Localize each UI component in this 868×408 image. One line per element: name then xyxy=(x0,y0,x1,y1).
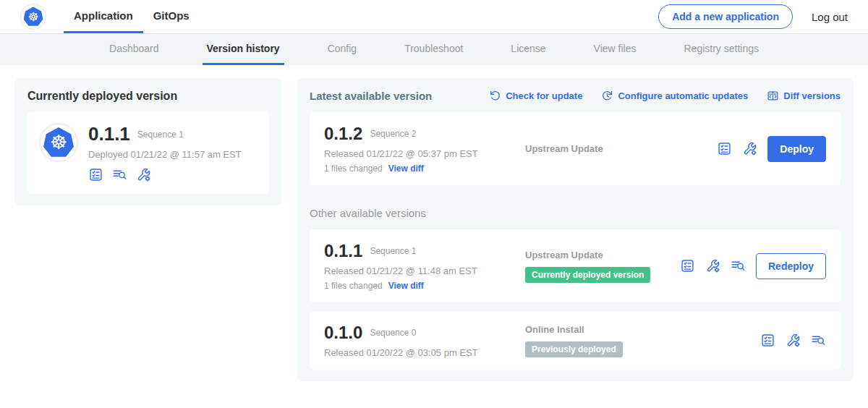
version-source: Upstream Update xyxy=(525,143,710,154)
deploy-logs-icon[interactable] xyxy=(811,333,826,348)
subnav-tab-dashboard[interactable]: Dashboard xyxy=(105,34,163,65)
refresh-icon xyxy=(489,90,501,102)
released-timestamp: Released 01/21/22 @ 11:48 am EST xyxy=(324,265,518,276)
version-row-actions: Deploy xyxy=(717,136,826,162)
preflight-checks-icon[interactable] xyxy=(760,333,775,348)
latest-version-title: Latest available version xyxy=(310,90,432,102)
kubernetes-icon: ☸ xyxy=(24,7,43,27)
preflight-checks-icon[interactable] xyxy=(717,141,732,156)
deployed-version-card: ☸ 0.1.1 Sequence 1 Deployed 01/21/22 @ 1… xyxy=(27,111,269,194)
header-tabs: Application GitOps xyxy=(64,0,200,33)
main-content: Currently deployed version ☸ 0.1.1 Seque… xyxy=(0,65,868,394)
version-info: 0.1.2 Sequence 2 Released 01/21/22 @ 05:… xyxy=(324,124,518,174)
diff-versions-label: Diff versions xyxy=(783,90,841,101)
tab-gitops[interactable]: GitOps xyxy=(143,0,200,33)
currently-deployed-badge: Currently deployed version xyxy=(525,267,650,283)
app-logo: ☸ xyxy=(20,4,46,30)
app-subnav: Dashboard Version history Config Trouble… xyxy=(0,33,868,65)
view-diff-link[interactable]: View diff xyxy=(388,163,424,174)
kubernetes-icon: ☸ xyxy=(43,127,74,158)
tab-application-label: Application xyxy=(74,9,133,22)
version-actions: Check for update Configure automatic upd… xyxy=(489,90,841,102)
preflight-checks-icon[interactable] xyxy=(680,258,695,273)
diff-icon xyxy=(767,90,779,102)
latest-version-header-row: Latest available version Check for updat… xyxy=(310,90,841,102)
subnav-tab-registry-settings[interactable]: Registry settings xyxy=(680,34,763,65)
deployed-timestamp: Deployed 01/21/22 @ 11:57 am EST xyxy=(88,149,242,160)
logout-link[interactable]: Log out xyxy=(812,11,848,23)
tab-application[interactable]: Application xyxy=(64,0,143,33)
subnav-tab-troubleshoot[interactable]: Troubleshoot xyxy=(400,34,467,65)
subnav-tab-license[interactable]: License xyxy=(506,34,550,65)
version-row-0-1-0: 0.1.0 Sequence 0 Released 01/20/22 @ 03:… xyxy=(310,311,841,370)
tab-gitops-label: GitOps xyxy=(153,9,190,22)
released-timestamp: Released 01/21/22 @ 05:37 pm EST xyxy=(324,148,518,159)
previously-deployed-badge: Previously deployed xyxy=(525,341,623,357)
config-wrench-icon[interactable] xyxy=(786,333,801,348)
deployed-app-logo: ☸ xyxy=(39,123,78,162)
check-for-update-link[interactable]: Check for update xyxy=(489,90,582,102)
subnav-tab-view-files[interactable]: View files xyxy=(590,34,641,65)
configure-automatic-updates-label: Configure automatic updates xyxy=(618,90,748,101)
version-sequence: Sequence 0 xyxy=(370,328,416,338)
config-wrench-icon[interactable] xyxy=(742,141,757,156)
version-info: 0.1.1 Sequence 1 Released 01/21/22 @ 11:… xyxy=(324,241,518,291)
currently-deployed-title: Currently deployed version xyxy=(27,90,269,103)
configure-automatic-updates-link[interactable]: Configure automatic updates xyxy=(601,90,748,102)
deploy-logs-icon[interactable] xyxy=(731,258,746,273)
version-row-actions xyxy=(760,333,826,348)
preflight-checks-icon[interactable] xyxy=(88,167,103,182)
top-header: ☸ Application GitOps Add a new applicati… xyxy=(0,0,868,33)
version-source: Online Install Previously deployed xyxy=(525,324,753,357)
released-timestamp: Released 01/20/22 @ 03:05 pm EST xyxy=(324,347,518,358)
version-number: 0.1.0 xyxy=(324,323,362,343)
source-label: Upstream Update xyxy=(525,143,710,154)
subnav-tab-version-history[interactable]: Version history xyxy=(203,34,284,65)
other-versions-header: Other available versions xyxy=(310,207,841,219)
files-changed-label: 1 files changed xyxy=(324,163,383,174)
config-wrench-icon[interactable] xyxy=(705,258,720,273)
version-row-0-1-2: 0.1.2 Sequence 2 Released 01/21/22 @ 05:… xyxy=(310,112,841,185)
check-for-update-label: Check for update xyxy=(506,90,582,101)
deployed-version-number: 0.1.1 xyxy=(88,123,130,145)
subnav-tab-config[interactable]: Config xyxy=(323,34,361,65)
redeploy-button[interactable]: Redeploy xyxy=(756,253,826,279)
version-source: Upstream Update Currently deployed versi… xyxy=(525,250,673,283)
source-label: Online Install xyxy=(525,324,753,335)
config-wrench-icon[interactable] xyxy=(136,167,151,182)
version-history-panel: Latest available version Check for updat… xyxy=(297,78,854,381)
schedule-update-icon xyxy=(601,90,613,102)
diff-versions-link[interactable]: Diff versions xyxy=(767,90,841,102)
version-number: 0.1.2 xyxy=(324,124,362,144)
deployed-version-info: 0.1.1 Sequence 1 Deployed 01/21/22 @ 11:… xyxy=(88,123,242,182)
version-sequence: Sequence 2 xyxy=(370,129,416,139)
source-label: Upstream Update xyxy=(525,250,673,260)
add-application-button[interactable]: Add a new application xyxy=(658,4,793,29)
version-info: 0.1.0 Sequence 0 Released 01/20/22 @ 03:… xyxy=(324,323,518,358)
version-sequence: Sequence 1 xyxy=(370,246,416,256)
currently-deployed-panel: Currently deployed version ☸ 0.1.1 Seque… xyxy=(14,78,282,205)
version-number: 0.1.1 xyxy=(324,241,362,261)
deploy-button[interactable]: Deploy xyxy=(767,136,826,162)
files-changed-label: 1 files changed xyxy=(324,281,383,291)
deployed-sequence: Sequence 1 xyxy=(137,129,184,140)
version-row-0-1-1: 0.1.1 Sequence 1 Released 01/21/22 @ 11:… xyxy=(310,229,841,302)
version-row-actions: Redeploy xyxy=(680,253,826,279)
deploy-logs-icon[interactable] xyxy=(112,167,127,182)
view-diff-link[interactable]: View diff xyxy=(388,281,424,291)
